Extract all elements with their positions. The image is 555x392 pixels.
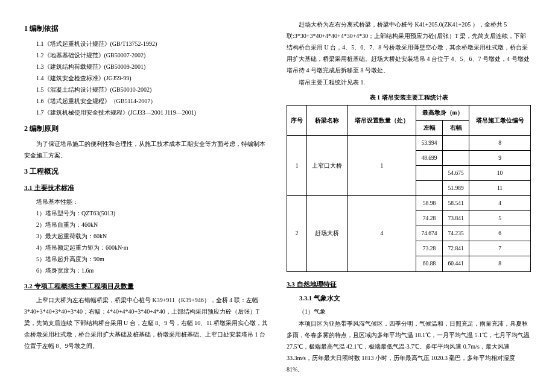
left-column: 1 编制依据 1.1《塔式起重机设计规范》(GB/T13752-1992) 1.…: [15, 18, 278, 374]
th-right: 右幅: [443, 121, 469, 136]
sec1-item: 1.2《地基基础设计规范》(GB50007-2002): [24, 49, 268, 61]
sec33-title: 3.3 自然地理特征: [287, 278, 531, 291]
sec31-item: 5）塔吊起升高度为：90m: [24, 253, 268, 265]
sec2-title: 2 编制原则: [24, 122, 268, 136]
td: 8: [469, 256, 531, 271]
td: 48.699: [416, 151, 443, 166]
td: 74.674: [416, 226, 443, 241]
sec1-item: 1.1《塔式起重机设计规范》(GB/T13752-1992): [24, 38, 268, 49]
sec1-item: 1.4《建筑安全检查标准》(JGJ59-99): [24, 72, 268, 84]
td: [443, 151, 469, 166]
td: 8: [469, 136, 531, 151]
stats-table: 序号 桥梁名称 塔吊设置数量（处） 最高墩身（m） 塔吊施工墩位编号 左幅 右幅…: [287, 105, 531, 272]
td: 72.841: [443, 241, 469, 256]
td: 11: [469, 181, 531, 196]
th-pier: 塔吊施工墩位编号: [469, 106, 531, 136]
td: 73.841: [443, 211, 469, 226]
sec31-item: 1）塔吊型号为：QZT63(5013): [24, 207, 268, 219]
sec31-item: 2）塔吊自重为：460kN: [24, 219, 268, 230]
sec31-item: 6）塔身宽度为：1.6m: [24, 265, 268, 276]
td: 51.989: [443, 181, 469, 196]
sec1-item: 1.6《塔式起重机安全规程》（GB5114-2007）: [24, 95, 268, 107]
sec31-lead: 塔吊基本性能：: [24, 196, 268, 207]
td: 7: [469, 241, 531, 256]
sec31-title: 3.1 主要技术标准: [24, 182, 268, 194]
td: 58.98: [416, 196, 443, 211]
td: 6: [469, 226, 531, 241]
th-left: 左幅: [416, 121, 443, 136]
sec31-item: 4）塔吊额定起重力矩为：600kN·m: [24, 242, 268, 253]
td: 73.28: [416, 241, 443, 256]
td: 58.541: [443, 196, 469, 211]
th-qty: 塔吊设置数量（处）: [347, 106, 416, 136]
sec32-p1: 上窄口大桥为左右错幅桥梁，桥梁中心桩号 K39+911（K39+946），全桥 …: [24, 294, 268, 352]
td: 60.441: [443, 256, 469, 271]
td: [416, 166, 443, 181]
td: 74.235: [443, 226, 469, 241]
sec33-lead: （1）气象: [287, 306, 531, 317]
sec3-title: 3 工程概况: [24, 165, 268, 179]
td: 54.675: [443, 166, 469, 181]
td: [416, 181, 443, 196]
sec1-item: 1.5《混凝土结构设计规范》(GB50010-2002): [24, 84, 268, 95]
td: 60.88: [416, 256, 443, 271]
td: 2: [287, 196, 307, 271]
th-seq: 序号: [287, 106, 307, 136]
th-name: 桥梁名称: [307, 106, 348, 136]
td: 9: [469, 151, 531, 166]
sec32-p3: 塔吊主要工程统计见表 1.: [287, 77, 531, 88]
td: 1: [287, 136, 307, 196]
td: 赶场大桥: [307, 196, 348, 271]
td: 53.994: [416, 136, 443, 151]
td: 74.28: [416, 211, 443, 226]
td: 上窄口大桥: [307, 136, 348, 196]
sec1-item: 1.7《建筑机械使用安全技术规程》(JGJ33—2001 J119—2001): [24, 107, 268, 118]
sec1-title: 1 编制依据: [24, 22, 268, 36]
right-column: 赶场大桥为左右分离式桥梁，桥梁中心桩号 K41+205.0(ZK41+205 ）…: [278, 18, 540, 374]
sec331-title: 3.3.1 气象水文: [287, 292, 531, 305]
sec1-item: 1.3《建筑结构荷载规范》(GB50009-2001): [24, 61, 268, 72]
table-caption: 表 1 塔吊安装主要工程统计表: [287, 92, 531, 103]
sec31-item: 3）最大起重荷载为：60kN: [24, 230, 268, 242]
sec2-text: 为了保证塔吊施工的便利性和合理性，从施工技术成本工期安全等方面考虑，特编制本安全…: [24, 138, 268, 161]
sec32-p2: 赶场大桥为左右分离式桥梁，桥梁中心桩号 K41+205.0(ZK41+205 ）…: [287, 19, 531, 76]
th-height: 最高墩身（m）: [416, 106, 469, 121]
td: 4: [469, 196, 531, 211]
td: 5: [469, 211, 531, 226]
td: 4: [347, 196, 416, 271]
sec33-p1: 本项目区为亚热带季风湿气候区，四季分明，气候温和，日照充足，雨量充沛，具夏秋多雨…: [287, 318, 531, 375]
td: 1: [347, 136, 416, 196]
td: [443, 136, 469, 151]
td: 10: [469, 166, 531, 181]
sec32-title: 3.2 专项工程概括主要工程项目及数量: [24, 280, 268, 292]
